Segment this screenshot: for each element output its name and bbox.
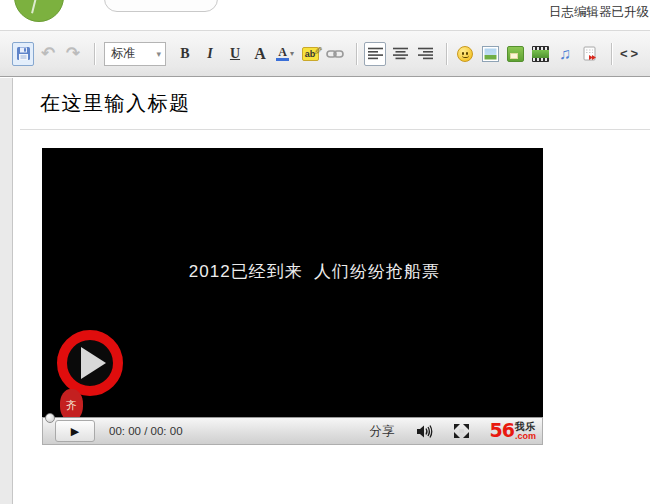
toolbar-separator (446, 43, 447, 65)
emoticon-button[interactable] (454, 42, 476, 66)
bold-button[interactable]: B (174, 42, 196, 66)
style-dropdown-value: 标准 (111, 45, 135, 62)
insert-album-button[interactable] (504, 42, 526, 66)
toolbar-separator (94, 43, 95, 65)
upgrade-notice: 日志编辑器已升级 (549, 4, 650, 21)
save-button[interactable] (12, 42, 34, 66)
toolbar-separator (611, 43, 612, 65)
smiley-icon (457, 46, 473, 62)
font-size-button[interactable]: A (249, 42, 271, 66)
undo-button[interactable]: ↶ (37, 42, 59, 66)
italic-button[interactable]: I (199, 42, 221, 66)
link-button[interactable] (324, 42, 346, 66)
redo-button[interactable]: ↷ (62, 42, 84, 66)
save-icon (16, 46, 31, 61)
undo-icon: ↶ (41, 43, 55, 64)
search-input[interactable] (104, 0, 218, 12)
editor-left-margin (0, 78, 13, 504)
html-source-button[interactable]: <> (619, 42, 642, 66)
player-control-bar: ▶ 00: 00 / 00: 00 分享 (42, 417, 543, 445)
highlight-button[interactable]: ab ✎ (299, 42, 321, 66)
font-color-button[interactable]: A ▾ (274, 42, 296, 66)
chevron-down-icon: ▾ (290, 49, 294, 58)
video-player: 2012已经到来 人们纷纷抢船票 齐 ▶ 00: 00 / 00: 00 分享 (42, 148, 543, 445)
music-note-icon: ♫ (559, 46, 571, 62)
site-logo[interactable] (14, 0, 64, 22)
align-center-button[interactable] (389, 42, 411, 66)
insert-music-button[interactable]: ♫ (554, 42, 576, 66)
align-right-button[interactable] (414, 42, 436, 66)
control-bar-right: 分享 (370, 418, 536, 444)
chevron-down-icon: ▾ (156, 49, 161, 59)
paragraph-style-dropdown[interactable]: 标准 ▾ (104, 42, 166, 66)
link-icon (326, 48, 344, 60)
play-triangle-icon (81, 347, 106, 379)
editor-page: 日志编辑器已升级 ↶ ↷ 标准 ▾ B I U A (0, 0, 650, 504)
logo-com-text: .com (515, 432, 536, 440)
code-icon: <> (620, 46, 641, 61)
video-subtitle: 2012已经到来 人们纷纷抢船票 (64, 260, 543, 283)
font-color-icon: A (276, 47, 289, 61)
insert-image-button[interactable] (479, 42, 501, 66)
fullscreen-icon[interactable] (454, 424, 469, 438)
editor-toolbar: ↶ ↷ 标准 ▾ B I U A A ▾ ab ✎ (0, 30, 650, 77)
play-icon: ▶ (71, 425, 79, 438)
image-icon (482, 46, 499, 62)
logo-56-number: 56 (490, 422, 514, 439)
flash-document-icon (582, 46, 598, 62)
share-button[interactable]: 分享 (370, 423, 395, 440)
title-divider (20, 129, 650, 130)
align-center-icon (393, 47, 408, 60)
insert-video-button[interactable] (529, 42, 551, 66)
time-display: 00: 00 / 00: 00 (109, 425, 183, 437)
align-left-button[interactable] (364, 42, 386, 66)
align-left-icon (368, 47, 383, 60)
photo-album-icon (507, 46, 524, 62)
watermark-seal: 齐 (60, 389, 83, 417)
logo-56com[interactable]: 56 我乐 .com (490, 422, 536, 440)
top-header: 日志编辑器已升级 (0, 0, 650, 30)
redo-icon: ↷ (66, 43, 80, 64)
volume-icon[interactable] (416, 424, 433, 439)
underline-button[interactable]: U (224, 42, 246, 66)
seek-slider-handle[interactable] (45, 413, 55, 423)
post-title-placeholder[interactable]: 在这里输入标题 (40, 90, 191, 117)
toolbar-separator (356, 43, 357, 65)
big-play-button[interactable] (57, 330, 123, 396)
align-right-icon (418, 47, 433, 60)
editor-content-area[interactable]: 在这里输入标题 2012已经到来 人们纷纷抢船票 齐 ▶ 00: 00 / 00… (14, 78, 650, 504)
pencil-icon: ✎ (311, 45, 324, 54)
video-screen[interactable]: 2012已经到来 人们纷纷抢船票 齐 (42, 148, 543, 417)
insert-flash-button[interactable] (579, 42, 601, 66)
highlight-icon: ab ✎ (302, 47, 319, 61)
play-button[interactable]: ▶ (55, 420, 95, 442)
film-strip-icon (532, 46, 549, 62)
